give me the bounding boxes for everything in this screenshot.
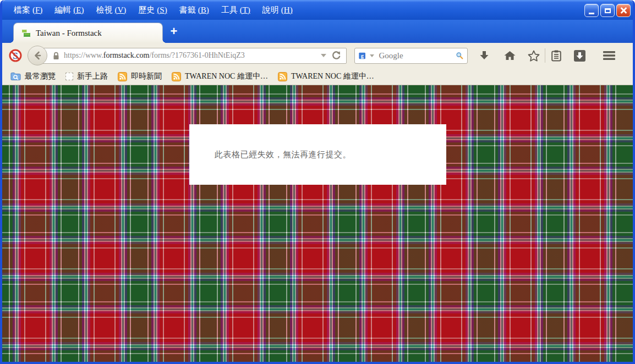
menu-help[interactable]: 說明(H) xyxy=(256,3,299,18)
menu-tools[interactable]: 工具(T) xyxy=(215,3,256,18)
tab-title: Taiwan - Formstack xyxy=(36,29,102,38)
noscript-icon[interactable]: S xyxy=(9,49,22,62)
search-magnifier-icon[interactable] xyxy=(456,50,464,61)
bookmark-twaren-noc-2[interactable]: TWAREN NOC 維運中… xyxy=(274,70,378,82)
new-tab-button[interactable]: + xyxy=(167,25,181,38)
close-icon xyxy=(620,7,627,14)
form-expired-message-box: 此表格已經失效，無法再進行提交。 xyxy=(189,124,446,185)
svg-text:g: g xyxy=(361,53,364,59)
menu-edit[interactable]: 編輯(E) xyxy=(48,3,90,18)
search-input[interactable] xyxy=(379,51,452,60)
menu-bookmarks[interactable]: 書籤(B) xyxy=(173,3,215,18)
url-domain: formstack.com xyxy=(103,51,150,59)
menu-view[interactable]: 檢視(V) xyxy=(90,3,133,18)
maximize-button[interactable] xyxy=(600,4,615,17)
window-controls xyxy=(584,4,631,17)
menu-history[interactable]: 歷史(S) xyxy=(132,3,173,18)
page-content-tartan-background: 此表格已經失效，無法再進行提交。 xyxy=(2,85,633,362)
formstack-favicon-icon xyxy=(21,29,31,38)
quick-download-icon xyxy=(573,49,586,62)
browser-window: 檔案(F) 編輯(E) 檢視(V) 歷史(S) 書籤(B) 工具(T) 說明(H… xyxy=(0,0,635,364)
navigation-toolbar: S https://www.formstack.com/forms/?17673… xyxy=(2,43,633,68)
tab-taiwan-formstack[interactable]: Taiwan - Formstack xyxy=(13,23,163,43)
url-scheme: https://www. xyxy=(64,51,103,59)
show-bookmarks-button[interactable] xyxy=(549,48,564,63)
back-arrow-icon xyxy=(32,51,42,60)
search-bar[interactable]: g xyxy=(354,48,468,64)
star-icon xyxy=(527,49,540,62)
bookmark-latest-news[interactable]: 即時新聞 xyxy=(114,70,166,82)
quick-download-button[interactable] xyxy=(572,48,587,63)
form-expired-message: 此表格已經失效，無法再進行提交。 xyxy=(215,150,351,160)
reload-icon[interactable] xyxy=(331,50,342,61)
back-button[interactable] xyxy=(28,46,47,65)
lock-icon xyxy=(52,52,60,60)
url-path: /forms/?1767361-0HhNtEiqZ3 xyxy=(149,51,244,59)
search-engine-dropdown-icon[interactable] xyxy=(370,54,374,57)
rss-icon xyxy=(172,72,181,81)
minimize-icon xyxy=(589,13,594,14)
toolbar-separator xyxy=(545,48,545,63)
bookmark-most-visited[interactable]: 最常瀏覽 xyxy=(7,70,59,82)
url-text: https://www.formstack.com/forms/?1767361… xyxy=(64,51,316,60)
bookmarks-toolbar: 最常瀏覽 新手上路 即時新聞 TWAREN NOC 維運中… xyxy=(2,68,633,85)
hamburger-icon xyxy=(602,50,616,61)
menu-button[interactable] xyxy=(601,48,617,63)
tab-strip: Taiwan - Formstack + xyxy=(2,20,633,43)
close-button[interactable] xyxy=(616,4,631,17)
rss-icon xyxy=(278,72,287,81)
home-button[interactable] xyxy=(502,48,517,63)
url-bar[interactable]: https://www.formstack.com/forms/?1767361… xyxy=(39,48,347,64)
default-page-icon xyxy=(65,73,73,80)
menu-bar: 檔案(F) 編輯(E) 檢視(V) 歷史(S) 書籤(B) 工具(T) 說明(H… xyxy=(2,0,633,20)
google-favicon-icon: g xyxy=(359,51,365,60)
bookmark-getting-started[interactable]: 新手上路 xyxy=(62,70,112,82)
downloads-button[interactable] xyxy=(477,48,492,63)
url-dropdown-icon[interactable] xyxy=(321,54,326,57)
menu-file[interactable]: 檔案(F) xyxy=(8,3,48,18)
minimize-button[interactable] xyxy=(584,4,599,17)
rss-icon xyxy=(118,72,127,81)
download-arrow-icon xyxy=(478,49,490,62)
bookmark-twaren-noc-1[interactable]: TWAREN NOC 維運中… xyxy=(168,70,272,82)
home-icon xyxy=(503,49,516,62)
maximize-icon xyxy=(605,8,611,13)
smart-folder-icon xyxy=(10,72,21,81)
bookmark-star-button[interactable] xyxy=(526,48,541,63)
clipboard-icon xyxy=(550,49,562,62)
